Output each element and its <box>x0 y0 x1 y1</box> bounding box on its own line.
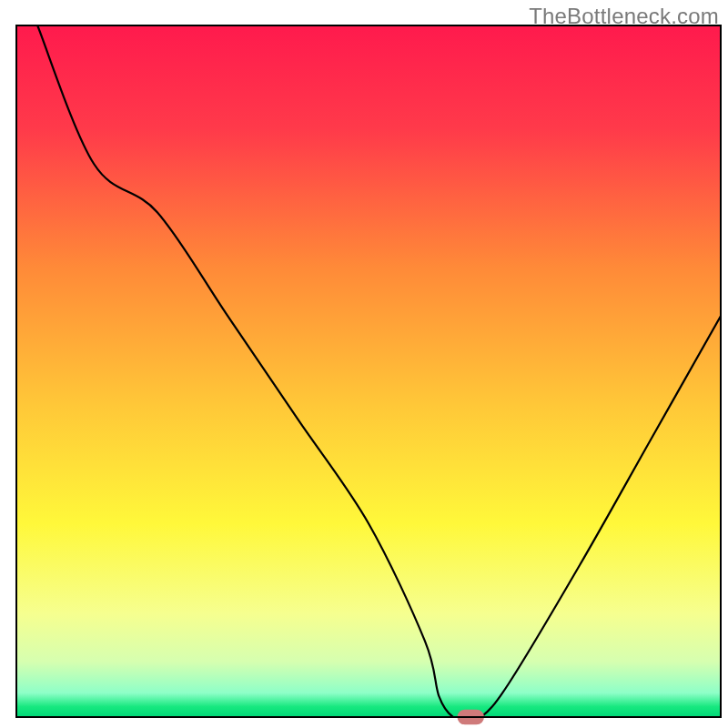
plot-svg <box>0 0 728 728</box>
bottleneck-chart: TheBottleneck.com <box>0 0 728 728</box>
gradient-background <box>16 25 721 717</box>
watermark-text: TheBottleneck.com <box>529 4 719 29</box>
